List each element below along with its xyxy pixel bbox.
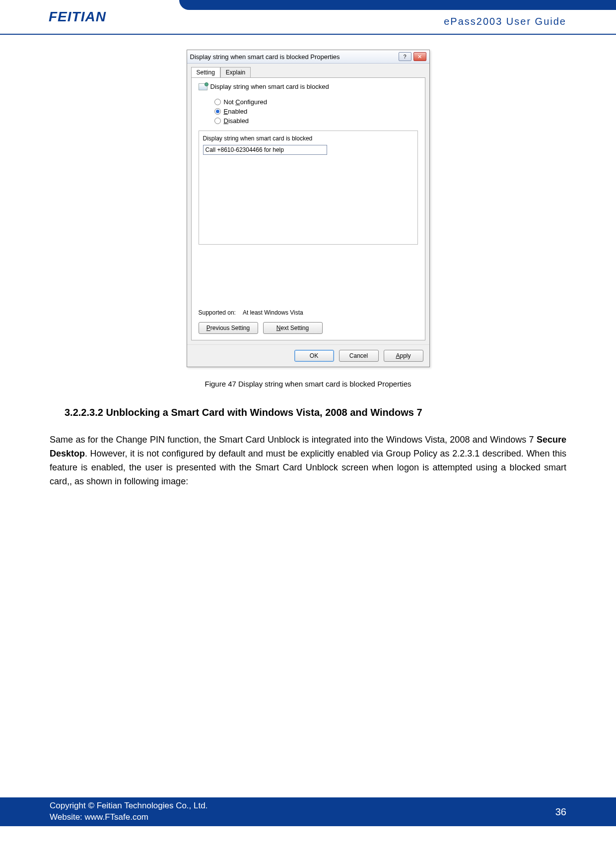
dialog-footer: OK Cancel Apply (187, 344, 429, 367)
help-button[interactable]: ? (399, 52, 411, 61)
policy-name-row: Display string when smart card is blocke… (199, 83, 418, 90)
nav-buttons: Previous Setting Next Setting (199, 322, 323, 334)
supported-on-row: Supported on: At least Windows Vista (199, 309, 303, 316)
copyright-text: Copyright © Feitian Technologies Co., Lt… (50, 800, 207, 812)
supported-label: Supported on: (199, 309, 236, 316)
page-number: 36 (555, 806, 566, 818)
page-footer: Copyright © Feitian Technologies Co., Lt… (0, 797, 616, 826)
display-string-input[interactable]: Call +8610-62304466 for help (203, 145, 327, 155)
brand-logo: FEITIAN (49, 9, 106, 25)
inner-label: Display string when smart card is blocke… (203, 135, 413, 142)
header-curve (179, 0, 616, 10)
radio-icon (214, 118, 221, 124)
policy-name: Display string when smart card is blocke… (210, 83, 329, 90)
tab-setting[interactable]: Setting (191, 67, 220, 78)
cancel-button[interactable]: Cancel (339, 350, 379, 362)
radio-enabled[interactable]: Enabled (214, 108, 418, 115)
body-paragraph: Same as for the Change PIN function, the… (50, 433, 566, 489)
page-content: Display string when smart card is blocke… (0, 35, 616, 489)
document-title: ePass2003 User Guide (444, 16, 566, 27)
ok-button[interactable]: OK (294, 350, 334, 362)
dialog-figure: Display string when smart card is blocke… (50, 50, 566, 367)
page-header: FEITIAN ePass2003 User Guide (0, 0, 616, 35)
policy-icon (199, 83, 207, 90)
titlebar-buttons: ? ✕ (399, 52, 426, 61)
footer-left: Copyright © Feitian Technologies Co., Lt… (50, 800, 207, 823)
radio-label: Disabled (224, 117, 249, 125)
radio-icon (214, 108, 221, 115)
properties-dialog: Display string when smart card is blocke… (187, 50, 430, 367)
tab-body: Display string when smart card is blocke… (191, 77, 425, 340)
radio-not-configured[interactable]: Not Configured (214, 98, 418, 106)
radio-label: Not Configured (224, 98, 267, 106)
dialog-title: Display string when smart card is blocke… (190, 53, 340, 61)
apply-button[interactable]: Apply (384, 350, 423, 362)
setting-inner-box: Display string when smart card is blocke… (199, 131, 418, 245)
website-text: Website: www.FTsafe.com (50, 812, 207, 823)
next-setting-button[interactable]: Next Setting (263, 322, 323, 334)
figure-caption: Figure 47 Display string when smart card… (50, 380, 566, 388)
supported-value: At least Windows Vista (243, 309, 303, 316)
tab-row: SettingExplain (187, 64, 429, 77)
radio-icon (214, 99, 221, 105)
radio-label: Enabled (224, 108, 248, 115)
tab-explain[interactable]: Explain (220, 67, 251, 78)
radio-disabled[interactable]: Disabled (214, 117, 418, 125)
radio-group: Not Configured Enabled Disabled (214, 98, 418, 125)
dialog-titlebar: Display string when smart card is blocke… (187, 50, 429, 64)
close-button[interactable]: ✕ (413, 52, 426, 61)
previous-setting-button[interactable]: Previous Setting (199, 322, 258, 334)
section-heading: 3.2.2.3.2 Unblocking a Smart Card with W… (65, 407, 566, 418)
